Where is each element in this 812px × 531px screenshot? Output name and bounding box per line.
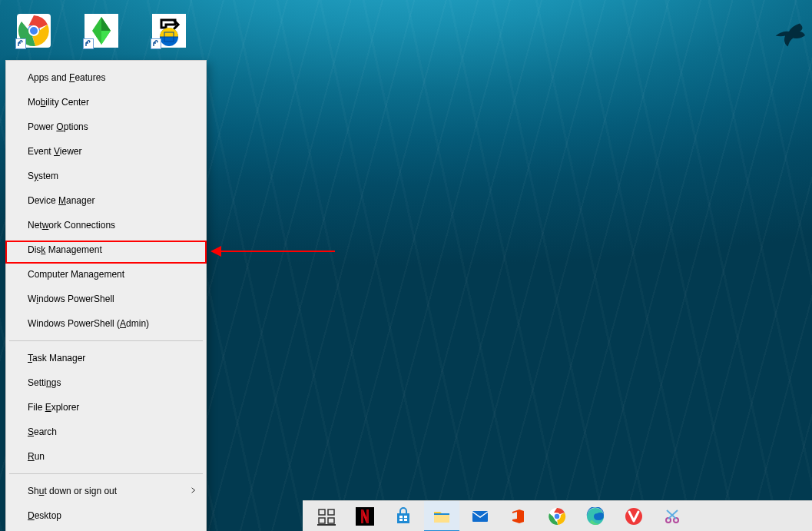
menu-item-system[interactable]: System [6,164,206,188]
stellar-shortcut[interactable] [149,14,189,51]
menu-item-label: Mobility Center [28,97,89,108]
menu-item-mobility-center[interactable]: Mobility Center [6,90,206,114]
chrome-shortcut[interactable] [14,14,54,51]
ms-store-icon [394,507,413,526]
menu-item-label: System [28,171,58,181]
menu-item-label: Computer Management [28,269,124,280]
shortcut-overlay-icon [83,38,94,49]
taskbar-edge[interactable] [578,501,613,532]
svg-rect-9 [328,518,334,523]
shortcut-overlay-icon [15,38,26,49]
snip-icon [663,507,681,526]
menu-item-label: Search [28,426,57,437]
menu-item-disk-management[interactable]: Disk Management [6,237,206,262]
svg-rect-19 [434,513,449,515]
svg-rect-12 [361,509,363,523]
edge-icon [586,507,605,526]
taskbar-snip[interactable] [655,501,690,532]
taskbar-ms-store[interactable] [386,501,421,532]
svg-rect-17 [404,519,407,521]
menu-item-label: Shut down or sign out [28,486,117,496]
taskbar-mail[interactable] [462,501,498,532]
svg-rect-14 [399,516,403,518]
menu-item-label: Windows PowerShell (Admin) [28,318,149,329]
sims-shortcut[interactable] [81,14,121,51]
menu-item-settings[interactable]: Settings [6,370,206,395]
menu-item-label: Disk Management [28,244,102,255]
menu-item-power-options[interactable]: Power Options [6,114,206,139]
vivaldi-icon [625,507,643,526]
menu-item-search[interactable]: Search [6,420,206,444]
menu-item-task-manager[interactable]: Task Manager [6,346,206,370]
menu-item-computer-management[interactable]: Computer Management [6,262,206,287]
menu-item-apps-features[interactable]: Apps and Features [6,65,206,90]
menu-item-desktop[interactable]: Desktop [6,503,206,528]
taskbar-file-explorer[interactable] [424,501,459,532]
menu-item-label: Desktop [28,510,61,521]
menu-separator [9,340,203,341]
taskbar-office[interactable] [501,501,536,532]
taskbar-netflix[interactable] [347,501,383,532]
taskbar [303,500,812,531]
menu-item-label: Windows PowerShell [28,294,114,304]
svg-rect-20 [472,511,488,522]
taskbar-chrome[interactable] [539,501,575,532]
svg-point-22 [554,513,560,519]
menu-item-label: Apps and Features [28,72,105,83]
menu-item-label: File Explorer [28,402,79,413]
svg-rect-16 [399,519,403,521]
menu-item-label: Task Manager [28,353,85,363]
shortcut-overlay-icon [151,38,161,49]
taskbar-task-view[interactable] [309,501,344,532]
office-icon [509,507,528,526]
svg-point-2 [29,26,38,35]
menu-item-powershell-admin[interactable]: Windows PowerShell (Admin) [6,311,206,336]
menu-item-label: Run [28,451,45,462]
taskbar-vivaldi[interactable] [616,501,651,532]
task-view-icon [317,507,336,526]
menu-item-label: Event Viewer [28,146,82,157]
svg-rect-13 [366,509,369,523]
chevron-right-icon [191,479,197,503]
menu-item-network-connections[interactable]: Network Connections [6,213,206,237]
menu-item-shutdown-signout[interactable]: Shut down or sign out [6,479,206,503]
chrome-icon [548,507,566,526]
menu-separator [9,473,203,474]
svg-rect-8 [319,518,325,523]
menu-item-powershell[interactable]: Windows PowerShell [6,287,206,311]
menu-item-label: Power Options [28,121,88,132]
sims-shortcut-icon [85,14,118,48]
menu-item-event-viewer[interactable]: Event Viewer [6,139,206,164]
menu-item-file-explorer[interactable]: File Explorer [6,395,206,420]
netflix-icon [356,507,374,526]
menu-item-label: Settings [28,377,61,388]
svg-rect-15 [404,516,407,518]
svg-point-24 [625,508,642,525]
stellar-shortcut-icon [152,14,186,48]
svg-rect-6 [319,509,325,515]
winx-menu: Apps and FeaturesMobility CenterPower Op… [5,60,207,531]
file-explorer-icon [433,506,451,525]
svg-rect-18 [434,514,449,523]
menu-item-label: Device Manager [28,195,94,206]
menu-item-label: Network Connections [28,220,115,231]
menu-item-run[interactable]: Run [6,444,206,469]
svg-rect-7 [328,509,334,515]
mail-icon [471,507,489,526]
chrome-shortcut-icon [17,14,51,48]
menu-item-device-manager[interactable]: Device Manager [6,188,206,213]
